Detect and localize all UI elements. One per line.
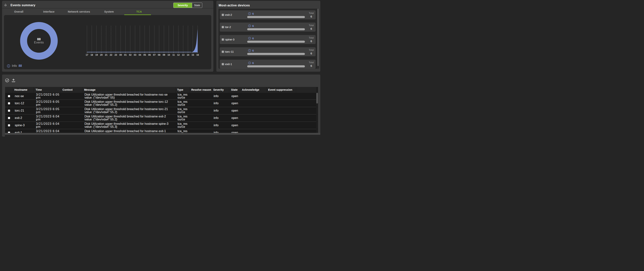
svg-text:13: 13 — [182, 54, 184, 56]
svg-text:04: 04 — [138, 54, 141, 56]
svg-text:02: 02 — [129, 54, 132, 56]
svg-text:09: 09 — [162, 54, 165, 56]
svg-text:06: 06 — [148, 54, 151, 56]
svg-text:21: 21 — [105, 54, 108, 56]
svg-text:05: 05 — [144, 54, 146, 56]
svg-text:23: 23 — [114, 54, 117, 56]
svg-text:16: 16 — [196, 54, 199, 56]
svg-text:01: 01 — [124, 54, 127, 56]
svg-text:19: 19 — [95, 54, 98, 56]
svg-text:12: 12 — [177, 54, 180, 56]
svg-text:17: 17 — [86, 54, 88, 56]
svg-text:20: 20 — [100, 54, 103, 56]
svg-text:11: 11 — [172, 54, 175, 56]
svg-text:00: 00 — [119, 54, 122, 56]
svg-text:14: 14 — [187, 54, 189, 56]
svg-text:07: 07 — [153, 54, 156, 56]
svg-text:15: 15 — [192, 54, 194, 56]
svg-text:03: 03 — [134, 54, 136, 56]
svg-text:10: 10 — [168, 54, 170, 56]
svg-text:18: 18 — [90, 54, 93, 56]
svg-text:22: 22 — [110, 54, 112, 56]
svg-text:08: 08 — [158, 54, 160, 56]
